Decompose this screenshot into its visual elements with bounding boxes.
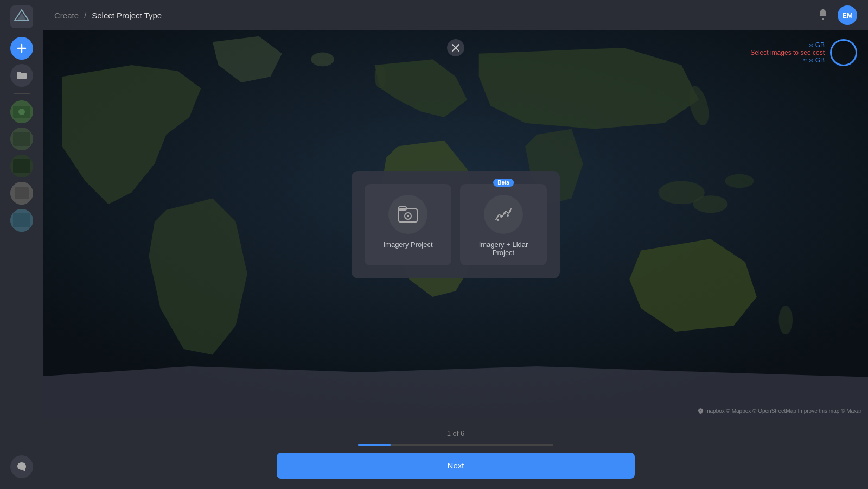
map-credit: 🅜 mapbox © Mapbox © OpenStreetMap Improv… <box>698 408 861 414</box>
sidebar-divider <box>14 93 30 94</box>
project-thumb-1[interactable] <box>10 100 33 123</box>
imagery-project-icon <box>388 195 427 234</box>
add-project-button[interactable] <box>10 37 33 60</box>
user-avatar[interactable]: EM <box>838 5 857 25</box>
beta-badge: Beta <box>493 179 514 187</box>
next-button[interactable]: Next <box>277 453 635 479</box>
svg-point-22 <box>375 65 386 88</box>
step-indicator: 1 of 6 <box>447 429 465 437</box>
lidar-project-card[interactable]: Beta Imagery + Lidar Project <box>460 184 547 265</box>
svg-point-33 <box>503 212 506 214</box>
svg-point-35 <box>509 210 511 212</box>
project-thumb-2[interactable] <box>10 128 33 150</box>
breadcrumb-create: Create <box>54 11 79 20</box>
svg-point-7 <box>18 109 25 115</box>
topbar: Create / Select Project Type EM <box>43 0 868 30</box>
bottom-area: 1 of 6 Next <box>43 418 868 489</box>
svg-rect-15 <box>13 213 30 227</box>
project-thumb-5[interactable] <box>10 209 33 232</box>
svg-point-19 <box>693 195 728 213</box>
svg-rect-13 <box>15 187 29 199</box>
main-area: Create / Select Project Type EM <box>43 0 868 489</box>
cost-indicator: ∞ GB Select images to see cost ≈ ∞ GB <box>750 39 857 66</box>
topbar-right: EM <box>817 5 857 25</box>
cost-storage-top: ∞ GB <box>750 41 825 49</box>
cost-text: ∞ GB Select images to see cost ≈ ∞ GB <box>750 41 825 64</box>
cost-message: Select images to see cost <box>750 49 825 56</box>
sidebar <box>0 0 43 489</box>
chat-button[interactable] <box>10 455 33 478</box>
content-area: 🅜 mapbox © Mapbox © OpenStreetMap Improv… <box>43 30 868 418</box>
imagery-project-label: Imagery Project <box>383 240 432 249</box>
page-title: Select Project Type <box>92 11 162 20</box>
project-type-modal: Imagery Project Beta Imagery + Lidar Pro… <box>352 171 560 278</box>
svg-point-20 <box>725 174 754 188</box>
svg-point-16 <box>822 18 824 20</box>
progress-bar <box>358 444 553 446</box>
app-logo[interactable] <box>10 5 33 28</box>
project-thumb-3[interactable] <box>10 155 33 177</box>
imagery-project-card[interactable]: Imagery Project <box>365 184 451 265</box>
progress-bar-fill <box>358 444 391 446</box>
svg-rect-9 <box>13 132 30 146</box>
svg-point-32 <box>500 215 502 218</box>
notifications-bell-icon[interactable] <box>817 8 829 23</box>
svg-point-34 <box>507 214 509 217</box>
cost-storage-bottom: ≈ ∞ GB <box>750 56 825 64</box>
svg-rect-11 <box>13 159 30 173</box>
project-thumb-4[interactable] <box>10 182 33 205</box>
breadcrumb-separator: / <box>84 11 86 20</box>
folder-button[interactable] <box>10 64 33 87</box>
svg-point-30 <box>407 215 409 217</box>
svg-point-24 <box>778 306 793 334</box>
lidar-project-icon <box>484 195 523 234</box>
cost-circle <box>830 39 857 66</box>
breadcrumb: Create / Select Project Type <box>54 11 162 20</box>
close-button[interactable] <box>447 39 464 56</box>
lidar-project-label: Imagery + Lidar Project <box>469 240 538 257</box>
svg-point-23 <box>311 53 334 67</box>
svg-point-31 <box>497 219 499 221</box>
